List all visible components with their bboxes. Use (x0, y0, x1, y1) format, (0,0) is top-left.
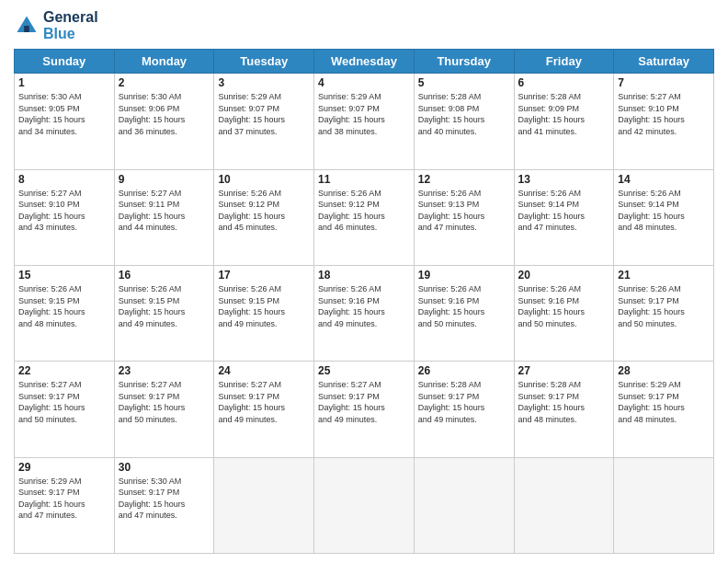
day-info: Sunrise: 5:30 AM Sunset: 9:17 PM Dayligh… (119, 476, 210, 522)
day-number: 21 (618, 269, 710, 282)
calendar-row-5: 29Sunrise: 5:29 AM Sunset: 9:17 PM Dayli… (15, 457, 714, 553)
day-info: Sunrise: 5:26 AM Sunset: 9:15 PM Dayligh… (18, 283, 110, 329)
weekday-header-row: Sunday Monday Tuesday Wednesday Thursday… (15, 50, 714, 74)
calendar-cell: 12Sunrise: 5:26 AM Sunset: 9:13 PM Dayli… (414, 169, 514, 265)
day-info: Sunrise: 5:26 AM Sunset: 9:15 PM Dayligh… (218, 283, 310, 329)
header-monday: Monday (114, 50, 214, 74)
day-number: 22 (18, 364, 110, 377)
calendar-cell: 11Sunrise: 5:26 AM Sunset: 9:12 PM Dayli… (314, 169, 415, 265)
day-number: 5 (418, 76, 510, 89)
calendar-cell: 26Sunrise: 5:28 AM Sunset: 9:17 PM Dayli… (414, 362, 514, 457)
day-info: Sunrise: 5:26 AM Sunset: 9:12 PM Dayligh… (318, 188, 410, 234)
day-number: 18 (318, 269, 410, 282)
day-number: 8 (18, 173, 110, 186)
day-info: Sunrise: 5:27 AM Sunset: 9:17 PM Dayligh… (218, 379, 310, 425)
day-number: 13 (518, 173, 610, 186)
day-number: 20 (518, 269, 610, 282)
day-number: 6 (518, 76, 610, 89)
calendar-cell: 10Sunrise: 5:26 AM Sunset: 9:12 PM Dayli… (214, 169, 314, 265)
day-number: 28 (618, 364, 710, 377)
calendar-cell: 20Sunrise: 5:26 AM Sunset: 9:16 PM Dayli… (514, 265, 614, 361)
day-info: Sunrise: 5:26 AM Sunset: 9:13 PM Dayligh… (418, 188, 510, 234)
calendar-cell: 8Sunrise: 5:27 AM Sunset: 9:10 PM Daylig… (15, 169, 115, 265)
calendar-cell: 14Sunrise: 5:26 AM Sunset: 9:14 PM Dayli… (614, 169, 714, 265)
calendar-row-3: 15Sunrise: 5:26 AM Sunset: 9:15 PM Dayli… (15, 265, 714, 361)
calendar-cell: 13Sunrise: 5:26 AM Sunset: 9:14 PM Dayli… (514, 169, 614, 265)
day-info: Sunrise: 5:27 AM Sunset: 9:17 PM Dayligh… (18, 379, 110, 425)
day-info: Sunrise: 5:30 AM Sunset: 9:05 PM Dayligh… (18, 91, 110, 137)
calendar-cell: 30Sunrise: 5:30 AM Sunset: 9:17 PM Dayli… (114, 457, 214, 553)
logo-general: General (43, 9, 98, 26)
calendar-cell: 16Sunrise: 5:26 AM Sunset: 9:15 PM Dayli… (114, 265, 214, 361)
day-number: 7 (618, 76, 710, 89)
calendar-cell: 21Sunrise: 5:26 AM Sunset: 9:17 PM Dayli… (614, 265, 714, 361)
day-number: 1 (18, 76, 110, 89)
header-sunday: Sunday (15, 50, 115, 74)
day-number: 26 (418, 364, 510, 377)
calendar-cell: 9Sunrise: 5:27 AM Sunset: 9:11 PM Daylig… (114, 169, 214, 265)
header-saturday: Saturday (614, 50, 714, 74)
header-wednesday: Wednesday (314, 50, 415, 74)
day-number: 23 (119, 364, 210, 377)
day-info: Sunrise: 5:28 AM Sunset: 9:17 PM Dayligh… (418, 379, 510, 425)
day-info: Sunrise: 5:27 AM Sunset: 9:11 PM Dayligh… (119, 188, 210, 234)
calendar-cell: 27Sunrise: 5:28 AM Sunset: 9:17 PM Dayli… (514, 362, 614, 457)
day-number: 25 (318, 364, 410, 377)
calendar-cell (314, 457, 415, 553)
day-number: 15 (18, 269, 110, 282)
calendar-table: Sunday Monday Tuesday Wednesday Thursday… (14, 49, 714, 554)
day-info: Sunrise: 5:27 AM Sunset: 9:10 PM Dayligh… (618, 91, 710, 137)
day-info: Sunrise: 5:28 AM Sunset: 9:09 PM Dayligh… (518, 91, 610, 137)
calendar-row-1: 1Sunrise: 5:30 AM Sunset: 9:05 PM Daylig… (15, 74, 714, 169)
day-number: 19 (418, 269, 510, 282)
day-number: 4 (318, 76, 410, 89)
day-number: 14 (618, 173, 710, 186)
header-thursday: Thursday (414, 50, 514, 74)
calendar-cell (614, 457, 714, 553)
calendar-cell: 25Sunrise: 5:27 AM Sunset: 9:17 PM Dayli… (314, 362, 415, 457)
calendar-cell (214, 457, 314, 553)
logo: General Blue (14, 9, 98, 41)
header: General Blue (14, 9, 714, 41)
calendar-cell: 6Sunrise: 5:28 AM Sunset: 9:09 PM Daylig… (514, 74, 614, 169)
calendar-cell: 24Sunrise: 5:27 AM Sunset: 9:17 PM Dayli… (214, 362, 314, 457)
calendar-cell (414, 457, 514, 553)
calendar-cell: 29Sunrise: 5:29 AM Sunset: 9:17 PM Dayli… (15, 457, 115, 553)
day-number: 16 (119, 269, 210, 282)
day-info: Sunrise: 5:26 AM Sunset: 9:16 PM Dayligh… (418, 283, 510, 329)
day-number: 10 (218, 173, 310, 186)
day-number: 9 (119, 173, 210, 186)
day-number: 12 (418, 173, 510, 186)
day-info: Sunrise: 5:26 AM Sunset: 9:12 PM Dayligh… (218, 188, 310, 234)
day-info: Sunrise: 5:26 AM Sunset: 9:16 PM Dayligh… (318, 283, 410, 329)
day-info: Sunrise: 5:28 AM Sunset: 9:17 PM Dayligh… (518, 379, 610, 425)
day-number: 29 (18, 461, 110, 474)
calendar-cell: 19Sunrise: 5:26 AM Sunset: 9:16 PM Dayli… (414, 265, 514, 361)
day-info: Sunrise: 5:26 AM Sunset: 9:15 PM Dayligh… (119, 283, 210, 329)
calendar-row-4: 22Sunrise: 5:27 AM Sunset: 9:17 PM Dayli… (15, 362, 714, 457)
day-info: Sunrise: 5:27 AM Sunset: 9:17 PM Dayligh… (119, 379, 210, 425)
day-number: 11 (318, 173, 410, 186)
day-number: 17 (218, 269, 310, 282)
day-number: 30 (119, 461, 210, 474)
day-info: Sunrise: 5:30 AM Sunset: 9:06 PM Dayligh… (119, 91, 210, 137)
day-info: Sunrise: 5:27 AM Sunset: 9:17 PM Dayligh… (318, 379, 410, 425)
day-number: 2 (119, 76, 210, 89)
day-info: Sunrise: 5:27 AM Sunset: 9:10 PM Dayligh… (18, 188, 110, 234)
calendar-cell: 7Sunrise: 5:27 AM Sunset: 9:10 PM Daylig… (614, 74, 714, 169)
calendar-row-2: 8Sunrise: 5:27 AM Sunset: 9:10 PM Daylig… (15, 169, 714, 265)
calendar-cell: 4Sunrise: 5:29 AM Sunset: 9:07 PM Daylig… (314, 74, 415, 169)
day-info: Sunrise: 5:29 AM Sunset: 9:17 PM Dayligh… (618, 379, 710, 425)
day-info: Sunrise: 5:29 AM Sunset: 9:07 PM Dayligh… (318, 91, 410, 137)
calendar-cell (514, 457, 614, 553)
calendar-cell: 17Sunrise: 5:26 AM Sunset: 9:15 PM Dayli… (214, 265, 314, 361)
calendar-cell: 2Sunrise: 5:30 AM Sunset: 9:06 PM Daylig… (114, 74, 214, 169)
calendar-cell: 23Sunrise: 5:27 AM Sunset: 9:17 PM Dayli… (114, 362, 214, 457)
day-number: 3 (218, 76, 310, 89)
svg-rect-1 (24, 26, 29, 32)
calendar-body: 1Sunrise: 5:30 AM Sunset: 9:05 PM Daylig… (15, 74, 714, 554)
logo-blue: Blue (43, 26, 98, 42)
day-info: Sunrise: 5:26 AM Sunset: 9:16 PM Dayligh… (518, 283, 610, 329)
day-info: Sunrise: 5:26 AM Sunset: 9:14 PM Dayligh… (618, 188, 710, 234)
calendar-cell: 3Sunrise: 5:29 AM Sunset: 9:07 PM Daylig… (214, 74, 314, 169)
